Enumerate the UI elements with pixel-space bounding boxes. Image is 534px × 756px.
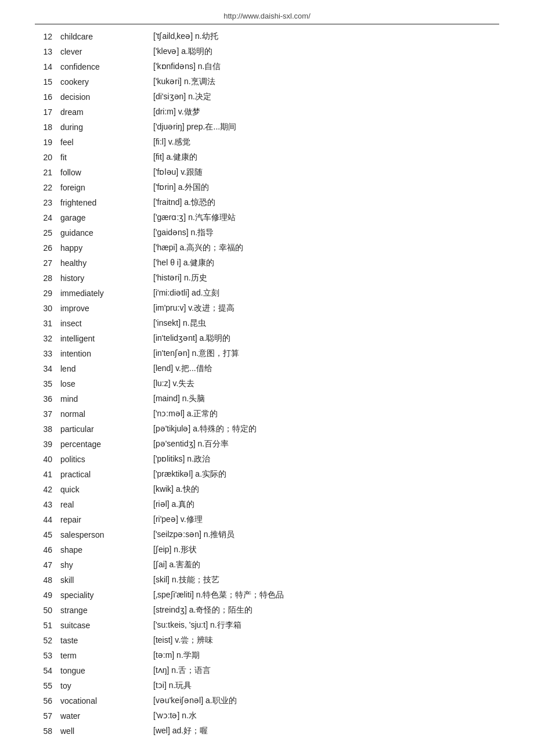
entry-definition: [skil] n.技能；技艺 (151, 573, 499, 588)
entry-number: 35 (35, 376, 58, 391)
entry-definition: [pə'sentidʒ] n.百分率 (151, 437, 499, 452)
entry-word: decision (58, 89, 151, 105)
entry-number: 43 (35, 497, 58, 512)
entry-definition: ['histəri] n.历史 (151, 271, 499, 286)
entry-word: salesperson (58, 527, 151, 542)
entry-definition: [in'tenʃən] n.意图，打算 (151, 346, 499, 361)
table-row: 39percentage[pə'sentidʒ] n.百分率 (35, 437, 499, 452)
table-row: 14confidence['kɒnfidəns] n.自信 (35, 59, 499, 74)
entry-word: fit (58, 150, 151, 165)
entry-number: 39 (35, 437, 58, 452)
entry-definition: ['hæpi] a.高兴的；幸福的 (151, 240, 499, 255)
entry-definition: ['su:tkeis, 'sju:t] n.行李箱 (151, 618, 499, 633)
table-row: 21follow['fɒləu] v.跟随 (35, 165, 499, 180)
table-row: 58well[wel] ad.好；喔 (35, 723, 499, 739)
entry-definition: [fit] a.健康的 (151, 150, 499, 165)
entry-number: 52 (35, 633, 58, 648)
entry-word: frightened (58, 195, 151, 210)
table-row: 55toy[tɔi] n.玩具 (35, 678, 499, 693)
entry-word: during (58, 120, 151, 135)
entry-number: 41 (35, 467, 58, 482)
entry-word: garage (58, 210, 151, 225)
entry-definition: [riəl] a.真的 (151, 497, 499, 512)
entry-word: follow (58, 165, 151, 180)
entry-word: foreign (58, 180, 151, 195)
entry-definition: [in'telidʒənt] a.聪明的 (151, 331, 499, 346)
entry-number: 32 (35, 331, 58, 346)
entry-definition: [ʃeip] n.形状 (151, 542, 499, 557)
entry-definition: [lend] v.把...借给 (151, 361, 499, 376)
table-row: 24garage['gærɑ:ʒ] n.汽车修理站 (35, 210, 499, 225)
table-row: 37normal['nɔ:məl] a.正常的 (35, 406, 499, 422)
entry-word: term (58, 648, 151, 663)
entry-number: 50 (35, 603, 58, 618)
entry-number: 58 (35, 723, 58, 739)
entry-word: skill (58, 573, 151, 588)
table-row: 50strange[streindʒ] a.奇怪的；陌生的 (35, 603, 499, 618)
table-row: 31insect['insekt] n.昆虫 (35, 316, 499, 331)
entry-number: 44 (35, 512, 58, 527)
entry-definition: [pə'tikjulə] a.特殊的；特定的 (151, 422, 499, 437)
table-row: 20fit[fit] a.健康的 (35, 150, 499, 165)
entry-number: 20 (35, 150, 58, 165)
entry-definition: ['hel θ i] a.健康的 (151, 255, 499, 271)
entry-number: 28 (35, 271, 58, 286)
entry-word: particular (58, 422, 151, 437)
entry-word: water (58, 708, 151, 723)
entry-definition: ['fɒrin] a.外国的 (151, 180, 499, 195)
table-row: 44repair[ri'peə] v.修理 (35, 512, 499, 527)
entry-definition: ['fɒləu] v.跟随 (151, 165, 499, 180)
entry-number: 30 (35, 301, 58, 316)
entry-number: 53 (35, 648, 58, 663)
table-row: 25guidance['gaidəns] n.指导 (35, 225, 499, 240)
url-bar: http://www.daishi-sxl.com/ (35, 12, 499, 24)
entry-number: 47 (35, 557, 58, 573)
entry-number: 45 (35, 527, 58, 542)
table-row: 42quick[kwik] a.快的 (35, 482, 499, 497)
table-row: 57water['wɔ:tə] n.水 (35, 708, 499, 723)
entry-number: 55 (35, 678, 58, 693)
vocabulary-table: 12childcare['tʃaild‚keə] n.幼托13clever['k… (35, 29, 499, 739)
table-row: 15cookery['kukəri] n.烹调法 (35, 74, 499, 89)
entry-definition: ['wɔ:tə] n.水 (151, 708, 499, 723)
entry-definition: ['insekt] n.昆虫 (151, 316, 499, 331)
entry-number: 51 (35, 618, 58, 633)
entry-definition: ['djuəriŋ] prep.在...期间 (151, 120, 499, 135)
entry-definition: [tɔi] n.玩具 (151, 678, 499, 693)
entry-definition: [teist] v.尝；辨味 (151, 633, 499, 648)
table-row: 19feel[fi:l] v.感觉 (35, 135, 499, 150)
entry-word: happy (58, 240, 151, 255)
entry-word: mind (58, 391, 151, 406)
entry-number: 48 (35, 573, 58, 588)
table-row: 23frightened['fraitnd] a.惊恐的 (35, 195, 499, 210)
table-row: 22foreign['fɒrin] a.外国的 (35, 180, 499, 195)
table-row: 41practical['præktikəl] a.实际的 (35, 467, 499, 482)
entry-word: intelligent (58, 331, 151, 346)
entry-definition: [wel] ad.好；喔 (151, 723, 499, 739)
entry-number: 21 (35, 165, 58, 180)
entry-number: 13 (35, 44, 58, 59)
entry-definition: [streindʒ] a.奇怪的；陌生的 (151, 603, 499, 618)
entry-word: childcare (58, 29, 151, 44)
table-row: 27healthy['hel θ i] a.健康的 (35, 255, 499, 271)
entry-word: taste (58, 633, 151, 648)
entry-word: improve (58, 301, 151, 316)
table-row: 40politics['pɒlitiks] n.政治 (35, 452, 499, 467)
entry-word: cookery (58, 74, 151, 89)
table-row: 17dream[dri:m] v.做梦 (35, 105, 499, 120)
entry-word: well (58, 723, 151, 739)
entry-word: lend (58, 361, 151, 376)
table-row: 12childcare['tʃaild‚keə] n.幼托 (35, 29, 499, 44)
entry-definition: [i'mi:diətli] ad.立刻 (151, 286, 499, 301)
entry-number: 26 (35, 240, 58, 255)
entry-number: 14 (35, 59, 58, 74)
entry-word: suitcase (58, 618, 151, 633)
entry-definition: ['seilzpə:sən] n.推销员 (151, 527, 499, 542)
entry-word: shape (58, 542, 151, 557)
entry-number: 36 (35, 391, 58, 406)
entry-word: quick (58, 482, 151, 497)
entry-number: 15 (35, 74, 58, 89)
entry-word: confidence (58, 59, 151, 74)
entry-word: healthy (58, 255, 151, 271)
entry-number: 24 (35, 210, 58, 225)
